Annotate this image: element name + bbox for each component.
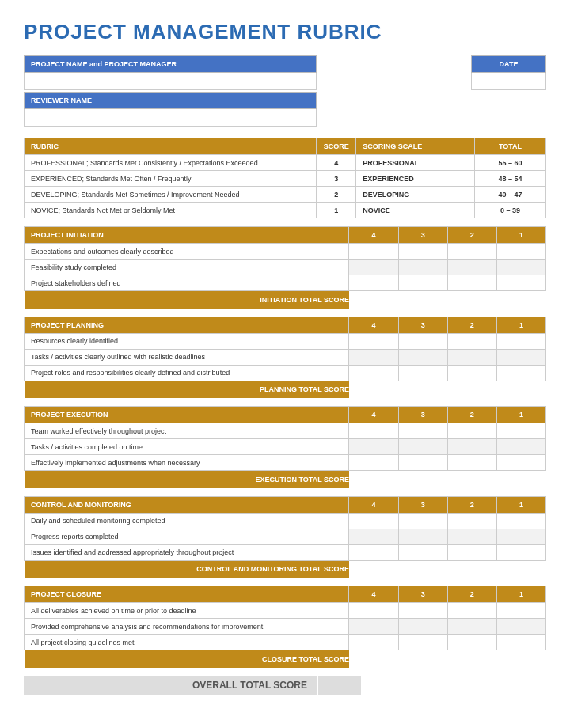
score-cell-3[interactable] xyxy=(398,349,447,365)
col-2: 2 xyxy=(447,586,496,603)
score-cell-1[interactable] xyxy=(496,529,545,544)
section-table: PROJECT EXECUTION 4 3 2 1 Team worked ef… xyxy=(24,406,546,488)
rubric-desc: DEVELOPING; Standards Met Sometimes / Im… xyxy=(25,187,317,203)
score-cell-1[interactable] xyxy=(496,333,545,349)
score-cell-4[interactable] xyxy=(349,544,398,560)
section-name: PROJECT CLOSURE xyxy=(25,586,349,603)
project-input[interactable] xyxy=(24,73,317,90)
score-cell-2[interactable] xyxy=(447,349,496,365)
overall-row: OVERALL TOTAL SCORE xyxy=(24,676,546,695)
score-cell-1[interactable] xyxy=(496,349,545,365)
score-cell-4[interactable] xyxy=(349,423,398,439)
score-cell-1[interactable] xyxy=(496,513,545,529)
col-1: 1 xyxy=(496,586,545,603)
score-cell-3[interactable] xyxy=(398,619,447,635)
overall-score-input[interactable] xyxy=(317,676,361,695)
col-4: 4 xyxy=(349,586,398,603)
score-cell-3[interactable] xyxy=(398,333,447,349)
score-cell-3[interactable] xyxy=(398,260,447,275)
rubric-scale: NOVICE xyxy=(356,203,475,218)
reviewer-input[interactable] xyxy=(24,109,317,127)
rubric-total: 48 – 54 xyxy=(475,171,546,187)
score-cell-3[interactable] xyxy=(398,275,447,291)
score-cell-2[interactable] xyxy=(447,365,496,381)
score-cell-4[interactable] xyxy=(349,439,398,455)
score-cell-1[interactable] xyxy=(496,544,545,560)
score-cell-4[interactable] xyxy=(349,513,398,529)
col-1: 1 xyxy=(496,496,545,513)
section-total-input[interactable] xyxy=(349,650,398,668)
score-cell-1[interactable] xyxy=(496,635,545,650)
score-cell-4[interactable] xyxy=(349,619,398,635)
score-cell-4[interactable] xyxy=(349,455,398,471)
score-cell-4[interactable] xyxy=(349,365,398,381)
score-cell-1[interactable] xyxy=(496,455,545,471)
score-cell-1[interactable] xyxy=(496,244,545,260)
score-cell-3[interactable] xyxy=(398,603,447,619)
section-total-row: CLOSURE TOTAL SCORE xyxy=(25,650,546,668)
score-cell-4[interactable] xyxy=(349,333,398,349)
score-cell-1[interactable] xyxy=(496,619,545,635)
score-cell-2[interactable] xyxy=(447,244,496,260)
section-total-row: INITIATION TOTAL SCORE xyxy=(25,291,546,309)
section-total-input[interactable] xyxy=(349,381,398,398)
score-cell-2[interactable] xyxy=(447,275,496,291)
score-cell-3[interactable] xyxy=(398,544,447,560)
section-name: CONTROL AND MONITORING xyxy=(25,496,349,513)
score-cell-4[interactable] xyxy=(349,244,398,260)
score-cell-3[interactable] xyxy=(398,455,447,471)
score-cell-4[interactable] xyxy=(349,275,398,291)
section-total-input[interactable] xyxy=(349,560,398,578)
page-title: PROJECT MANAGEMENT RUBRIC xyxy=(24,20,546,44)
score-cell-4[interactable] xyxy=(349,349,398,365)
criteria-row: Feasibility study completed xyxy=(25,260,546,275)
score-cell-3[interactable] xyxy=(398,244,447,260)
rubric-total: 55 – 60 xyxy=(475,155,546,171)
score-cell-4[interactable] xyxy=(349,260,398,275)
score-cell-3[interactable] xyxy=(398,635,447,650)
score-cell-2[interactable] xyxy=(447,513,496,529)
score-cell-4[interactable] xyxy=(349,529,398,544)
section-name: PROJECT EXECUTION xyxy=(25,407,349,423)
score-cell-2[interactable] xyxy=(447,423,496,439)
score-cell-1[interactable] xyxy=(496,439,545,455)
score-cell-2[interactable] xyxy=(447,635,496,650)
score-cell-3[interactable] xyxy=(398,529,447,544)
rubric-scale: EXPERIENCED xyxy=(356,171,475,187)
section-name: PROJECT INITIATION xyxy=(25,227,349,244)
criteria-text: Tasks / activities clearly outlined with… xyxy=(25,349,349,365)
overall-label: OVERALL TOTAL SCORE xyxy=(24,676,317,695)
score-cell-1[interactable] xyxy=(496,260,545,275)
score-cell-3[interactable] xyxy=(398,439,447,455)
criteria-row: Provided comprehensive analysis and reco… xyxy=(25,619,546,635)
criteria-row: Tasks / activities clearly outlined with… xyxy=(25,349,546,365)
score-cell-2[interactable] xyxy=(447,455,496,471)
score-cell-1[interactable] xyxy=(496,603,545,619)
section-table: PROJECT PLANNING 4 3 2 1 Resources clear… xyxy=(24,317,546,399)
reviewer-label: REVIEWER NAME xyxy=(24,92,317,109)
score-cell-3[interactable] xyxy=(398,513,447,529)
section-total-row: PLANNING TOTAL SCORE xyxy=(25,381,546,398)
section-total-label: CONTROL AND MONITORING TOTAL SCORE xyxy=(25,560,349,578)
score-cell-2[interactable] xyxy=(447,260,496,275)
score-cell-2[interactable] xyxy=(447,333,496,349)
score-cell-2[interactable] xyxy=(447,619,496,635)
score-cell-4[interactable] xyxy=(349,635,398,650)
date-input[interactable] xyxy=(471,73,546,90)
score-cell-2[interactable] xyxy=(447,439,496,455)
rubric-table: RUBRIC SCORE SCORING SCALE TOTAL PROFESS… xyxy=(24,138,546,218)
score-cell-3[interactable] xyxy=(398,365,447,381)
score-cell-2[interactable] xyxy=(447,529,496,544)
rubric-desc: NOVICE; Standards Not Met or Seldomly Me… xyxy=(25,203,317,218)
section-total-input[interactable] xyxy=(349,291,398,309)
score-cell-4[interactable] xyxy=(349,603,398,619)
score-cell-2[interactable] xyxy=(447,603,496,619)
score-cell-3[interactable] xyxy=(398,423,447,439)
criteria-text: Provided comprehensive analysis and reco… xyxy=(25,619,349,635)
col-4: 4 xyxy=(349,227,398,244)
score-cell-2[interactable] xyxy=(447,544,496,560)
score-cell-1[interactable] xyxy=(496,365,545,381)
score-cell-1[interactable] xyxy=(496,275,545,291)
score-cell-1[interactable] xyxy=(496,423,545,439)
section-total-input[interactable] xyxy=(349,471,398,488)
